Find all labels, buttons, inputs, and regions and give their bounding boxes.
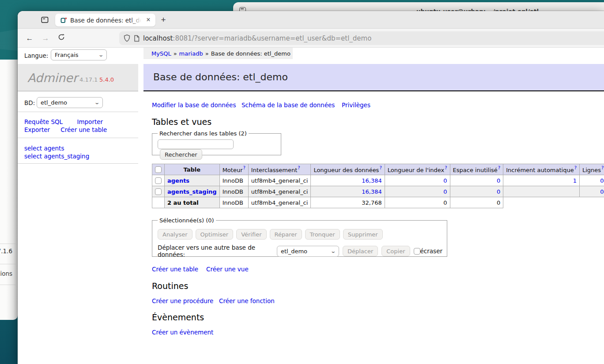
tab-close-icon[interactable]: ×	[143, 15, 153, 25]
select-all-checkbox[interactable]	[155, 166, 162, 173]
sidebar-link-import[interactable]: Importer	[77, 118, 103, 125]
db-label: BD:	[24, 99, 35, 106]
alter-database-link[interactable]: Modifier la base de données	[152, 101, 236, 109]
total-data-length: 32,768	[311, 197, 385, 208]
sidebar-links-row2: Exporter Créer une table	[24, 126, 107, 133]
divider	[0, 264, 16, 264]
divider	[18, 163, 138, 164]
search-input[interactable]	[158, 139, 234, 149]
repair-button[interactable]: Réparer	[270, 229, 302, 240]
move-db-select-value: etl_demo	[281, 248, 307, 255]
table-link-agents-staging[interactable]: agents_staging	[167, 188, 217, 195]
search-button[interactable]: Rechercher	[160, 149, 202, 160]
desktop: 7.1.6 tions ubuntu-user@urban: ~/projet-…	[0, 0, 604, 364]
cell-auto-increment-link[interactable]: 1	[573, 177, 577, 184]
database-schema-link[interactable]: Schéma de la base de données	[242, 101, 335, 109]
new-tab-button[interactable]: +	[157, 14, 170, 26]
move-button[interactable]: Déplacer	[343, 246, 378, 256]
row-checkbox-agents[interactable]	[155, 177, 162, 184]
adminer-favicon-icon	[60, 17, 67, 25]
col-header-data-length[interactable]: Longueur des données?	[311, 164, 385, 175]
page-title: Base de données: etl_demo	[153, 71, 288, 83]
help-link[interactable]: ?	[298, 165, 300, 170]
breadcrumb-mysql-link[interactable]: MySQL	[151, 50, 171, 57]
create-table-link[interactable]: Créer une table	[152, 266, 198, 273]
create-view-link[interactable]: Créer une vue	[206, 266, 249, 273]
db-select[interactable]: etl_demo ⌄	[37, 97, 103, 108]
db-select-value: etl_demo	[41, 99, 67, 106]
adminer-main: MySQL » mariadb » Base de données: etl_d…	[143, 48, 604, 364]
total-index-length: 0	[385, 197, 450, 208]
table-row: agents_staging InnoDB utf8mb4_general_ci…	[152, 186, 604, 197]
total-engine: InnoDB	[219, 197, 248, 208]
cell-index-length-link[interactable]: 0	[443, 177, 447, 184]
analyze-button[interactable]: Analyser	[158, 229, 193, 240]
table-link-agents[interactable]: agents	[167, 177, 189, 184]
cell-rows-link[interactable]: 0	[600, 177, 604, 184]
col-header-engine[interactable]: Moteur?	[219, 164, 248, 175]
tab-title-fade	[130, 14, 145, 26]
url-bar[interactable]: localhost:8081/?server=mariadb&username=…	[119, 31, 604, 45]
copy-button[interactable]: Copier	[381, 246, 410, 256]
optimize-button[interactable]: Optimiser	[196, 229, 234, 240]
help-link[interactable]: ?	[379, 165, 381, 170]
sidebar-link-export[interactable]: Exporter	[24, 126, 50, 133]
page-title-banner: Base de données: etl_demo	[143, 64, 604, 91]
row-checkbox-agents-staging[interactable]	[155, 188, 162, 195]
help-link[interactable]: ?	[601, 165, 604, 170]
page-content: Langue: Français ⌄ Adminer 4.17.1 5.4.0 …	[18, 48, 604, 364]
cell-data-length-link[interactable]: 16,384	[362, 177, 382, 184]
sidebar-item-select-agents-staging[interactable]: select agents_staging	[24, 153, 89, 160]
language-select[interactable]: Français ⌄	[51, 49, 107, 60]
col-header-data-free[interactable]: Espace inutilisé?	[450, 164, 503, 175]
cell-rows-link[interactable]: 0	[600, 188, 604, 195]
cell-data-free-link[interactable]: 0	[497, 177, 500, 184]
background-window[interactable]: 7.1.6 tions	[0, 60, 18, 320]
search-tables-fieldset: Rechercher dans les tables (2) Recherche…	[152, 130, 281, 155]
chevron-down-icon: ⌄	[94, 100, 100, 105]
tab-overview-button[interactable]	[38, 14, 51, 26]
cell-collation: utf8mb4_general_ci	[248, 175, 311, 186]
routines-heading: Routines	[152, 281, 188, 291]
help-link[interactable]: ?	[574, 165, 577, 170]
cell-data-length-link[interactable]: 16,384	[362, 188, 382, 195]
col-header-rows[interactable]: Lignes?	[579, 164, 604, 175]
cell-data-free-link[interactable]: 0	[497, 188, 500, 195]
tab-overview-icon	[38, 16, 51, 23]
col-header-index-length[interactable]: Longueur de l'index?	[385, 164, 450, 175]
col-header-auto-increment[interactable]: Incrément automatique?	[503, 164, 580, 175]
help-link[interactable]: ?	[445, 165, 447, 170]
table-total-row: 2 au total InnoDB utf8mb4_general_ci 32,…	[152, 197, 604, 208]
forward-button[interactable]: →	[39, 32, 52, 44]
cell-index-length-link[interactable]: 0	[443, 188, 447, 195]
adminer-logo[interactable]: Adminer	[27, 71, 78, 85]
sidebar-item-select-agents[interactable]: select agents	[24, 145, 64, 152]
create-procedure-link[interactable]: Créer une procédure	[152, 297, 213, 304]
help-link[interactable]: ?	[243, 165, 245, 170]
reload-button[interactable]	[55, 32, 68, 44]
truncate-button[interactable]: Tronquer	[305, 229, 340, 240]
col-header-table[interactable]: Table	[165, 164, 220, 175]
breadcrumb-server-link[interactable]: mariadb	[179, 50, 203, 57]
create-event-link[interactable]: Créer un évènement	[152, 329, 213, 336]
breadcrumb: MySQL » mariadb » Base de données: etl_d…	[143, 48, 293, 59]
total-collation: utf8mb4_general_ci	[248, 197, 311, 208]
back-button[interactable]: ←	[23, 32, 36, 44]
adminer-version: 4.17.1	[79, 76, 98, 83]
table-header-row: Table Moteur? Interclassement? Longueur …	[152, 164, 604, 175]
check-button[interactable]: Vérifier	[236, 229, 266, 240]
sidebar-link-create-table[interactable]: Créer une table	[60, 126, 107, 133]
move-db-select[interactable]: etl_demo ⌄	[277, 246, 339, 257]
overwrite-checkbox[interactable]	[414, 248, 420, 255]
create-function-link[interactable]: Créer une fonction	[219, 297, 275, 304]
help-link[interactable]: ?	[498, 165, 500, 170]
cell-auto-increment	[503, 186, 580, 197]
adminer-update-link[interactable]: 5.4.0	[99, 76, 114, 83]
selected-fieldset: Sélectionnée(s) (0) Analyser Optimiser V…	[152, 217, 447, 257]
sidebar-link-sql-query[interactable]: Requête SQL	[24, 118, 63, 125]
browser-tab[interactable]: Base de données: etl_demo ×	[55, 14, 155, 26]
shield-icon[interactable]	[124, 34, 130, 42]
col-header-collation[interactable]: Interclassement?	[248, 164, 311, 175]
privileges-link[interactable]: Privilèges	[342, 101, 370, 109]
drop-button[interactable]: Supprimer	[343, 229, 383, 240]
